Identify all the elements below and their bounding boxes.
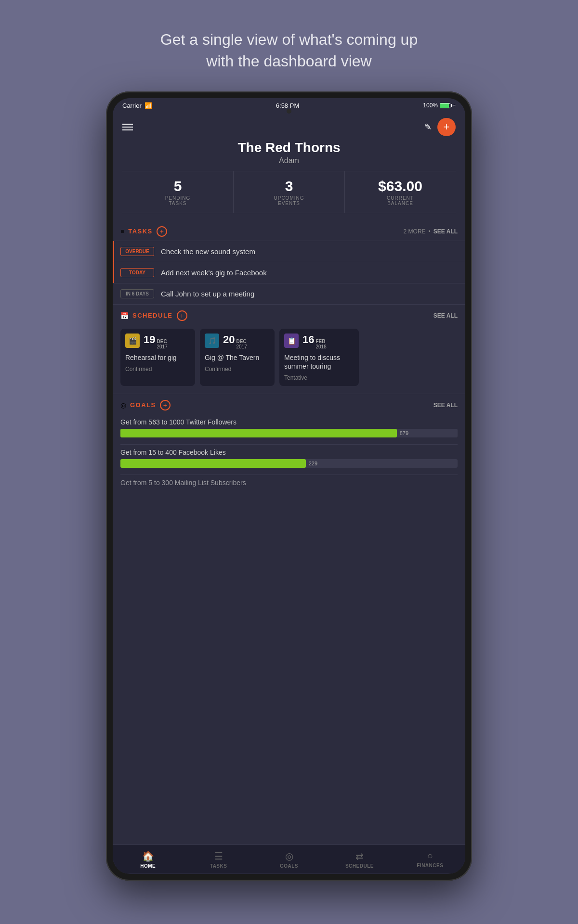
goals-section: ◎ GOALS + SEE ALL Get from 563 to 1000 T…: [113, 394, 465, 496]
card-day-1: 20: [223, 334, 235, 346]
card-day-2: 16: [302, 334, 314, 346]
schedule-card-date-row-0: 🎬 19 DEC 2017: [125, 334, 190, 349]
tasks-title: TASKS: [128, 228, 153, 235]
card-year-2: 2018: [315, 344, 326, 349]
nav-finances-label: FINANCES: [417, 863, 443, 868]
task-text-2: Call John to set up a meeting: [161, 290, 254, 298]
schedule-card-date-row-2: 📋 16 FEB 2018: [284, 334, 354, 349]
task-badge-overdue: OVERDUE: [120, 247, 154, 256]
goal-text-0: Get from 563 to 1000 Twitter Followers: [120, 418, 458, 426]
task-text-1: Add next week's gig to Facebook: [161, 269, 267, 277]
tasks-icon: ≡: [120, 228, 124, 235]
schedule-section: 📅 SCHEDULE + SEE ALL 🎬 19: [113, 305, 465, 394]
schedule-title-row: 📅 SCHEDULE +: [120, 310, 187, 321]
task-badge-today: TODAY: [120, 268, 154, 277]
scroll-content[interactable]: ≡ TASKS + 2 MORE • SEE ALL OVERDUE: [113, 220, 465, 844]
finances-nav-icon: ○: [427, 850, 433, 861]
meeting-icon: 📋: [284, 334, 299, 348]
card-title-1: Gig @ The Tavern: [205, 353, 270, 362]
stats-row: 5 PENDINGTASKS 3 UPCOMINGEVENTS $63.00 C…: [122, 171, 456, 213]
task-item-overdue[interactable]: OVERDUE Check the new sound system: [113, 241, 465, 262]
nav-goals-label: GOALS: [280, 863, 298, 869]
bottom-nav: 🏠 HOME ☰ TASKS ◎ GOALS ⇄ SCHEDULE ○: [113, 844, 465, 873]
nav-home[interactable]: 🏠 HOME: [113, 848, 183, 871]
schedule-card-date-row-1: 🎵 20 DEC 2017: [205, 334, 270, 349]
goals-nav-icon: ◎: [285, 850, 293, 862]
edit-icon[interactable]: ✎: [424, 122, 432, 132]
nav-home-label: HOME: [140, 863, 156, 869]
schedule-see-all[interactable]: SEE ALL: [434, 312, 458, 319]
goal-progress-bar-1: 229: [120, 459, 306, 468]
task-item-today[interactable]: TODAY Add next week's gig to Facebook: [113, 262, 465, 283]
add-button[interactable]: +: [437, 118, 456, 136]
card-date-2: 16 FEB 2018: [302, 334, 327, 349]
wifi-icon: 📶: [144, 102, 152, 109]
goals-add-button[interactable]: +: [160, 400, 171, 411]
app-screen: ✎ + The Red Thorns Adam 5 PENDINGTASKS: [113, 113, 465, 873]
tasks-section: ≡ TASKS + 2 MORE • SEE ALL OVERDUE: [113, 220, 465, 305]
schedule-section-header: 📅 SCHEDULE + SEE ALL: [113, 305, 465, 325]
card-status-1: Confirmed: [205, 366, 270, 372]
card-date-1: 20 DEC 2017: [223, 334, 247, 349]
nav-goals[interactable]: ◎ GOALS: [254, 848, 324, 871]
header-actions: ✎ +: [424, 118, 456, 136]
stat-upcoming-events: 3 UPCOMINGEVENTS: [234, 171, 345, 213]
task-badge-future: IN 6 DAYS: [120, 289, 154, 298]
tasks-add-button[interactable]: +: [157, 226, 167, 237]
card-date-0: 19 DEC 2017: [144, 334, 168, 349]
goal-progress-container-0: 879: [120, 429, 458, 437]
tasks-more-row: 2 MORE • SEE ALL: [404, 228, 458, 235]
schedule-add-button[interactable]: +: [177, 310, 187, 321]
card-year-1: 2017: [236, 344, 247, 349]
page-tagline: Get a single view of what's coming up wi…: [160, 29, 418, 72]
tasks-see-all[interactable]: SEE ALL: [434, 228, 458, 235]
nav-schedule[interactable]: ⇄ SCHEDULE: [324, 848, 394, 871]
nav-finances[interactable]: ○ FINANCES: [395, 848, 465, 871]
stat-current-balance: $63.00 CURRENTBALANCE: [345, 171, 456, 213]
card-title-0: Rehearsal for gig: [125, 353, 190, 362]
task-text-0: Check the new sound system: [161, 247, 255, 256]
goals-section-header: ◎ GOALS + SEE ALL: [113, 394, 465, 414]
goal-item-1[interactable]: Get from 15 to 400 Facebook Likes 229: [113, 445, 465, 475]
nav-schedule-label: SCHEDULE: [345, 863, 374, 869]
hamburger-menu-button[interactable]: [122, 124, 133, 130]
status-battery: 100% +: [423, 102, 456, 109]
header-top-row: ✎ +: [122, 118, 456, 136]
schedule-card-2[interactable]: 📋 16 FEB 2018 Meeting to discuss summer: [279, 329, 359, 386]
schedule-cards[interactable]: 🎬 19 DEC 2017 Rehearsal for gig: [113, 325, 465, 394]
home-icon: 🏠: [142, 850, 154, 862]
goal-item-2[interactable]: Get from 5 to 300 Mailing List Subscribe…: [113, 475, 465, 496]
upcoming-events-label: UPCOMINGEVENTS: [238, 195, 340, 206]
battery-icon: [440, 103, 450, 108]
card-title-2: Meeting to discuss summer touring: [284, 353, 354, 371]
stat-pending-tasks: 5 PENDINGTASKS: [122, 171, 234, 213]
tablet-device: Carrier 📶 6:58 PM 100% +: [106, 91, 472, 881]
rehearsal-icon: 🎬: [125, 334, 140, 348]
goals-see-all[interactable]: SEE ALL: [434, 402, 458, 409]
goal-item-0[interactable]: Get from 563 to 1000 Twitter Followers 8…: [113, 414, 465, 444]
card-status-2: Tentative: [284, 374, 354, 381]
goal-progress-container-1: 229: [120, 459, 458, 468]
gig-icon: 🎵: [205, 334, 219, 348]
card-month-1: DEC: [236, 339, 247, 344]
card-status-0: Confirmed: [125, 366, 190, 372]
card-month-0: DEC: [157, 339, 167, 344]
tablet-screen: Carrier 📶 6:58 PM 100% +: [113, 98, 465, 874]
task-item-future[interactable]: IN 6 DAYS Call John to set up a meeting: [113, 283, 465, 304]
schedule-card-0[interactable]: 🎬 19 DEC 2017 Rehearsal for gig: [120, 329, 195, 386]
goals-icon: ◎: [120, 401, 126, 409]
schedule-icon: 📅: [120, 312, 129, 320]
card-day-0: 19: [144, 334, 155, 346]
tasks-nav-icon: ☰: [214, 850, 223, 862]
band-name: The Red Thorns: [122, 140, 456, 155]
pending-tasks-value: 5: [127, 178, 228, 194]
card-month-year-1: DEC 2017: [236, 339, 247, 349]
card-month-2: FEB: [315, 339, 326, 344]
upcoming-events-value: 3: [238, 178, 340, 194]
goal-progress-value-1: 229: [309, 461, 317, 466]
goal-progress-bar-0: 879: [120, 429, 397, 437]
schedule-card-1[interactable]: 🎵 20 DEC 2017 Gig @ The Tavern: [200, 329, 275, 386]
user-name: Adam: [122, 156, 456, 165]
goals-title-row: ◎ GOALS +: [120, 400, 171, 411]
nav-tasks[interactable]: ☰ TASKS: [183, 848, 253, 871]
